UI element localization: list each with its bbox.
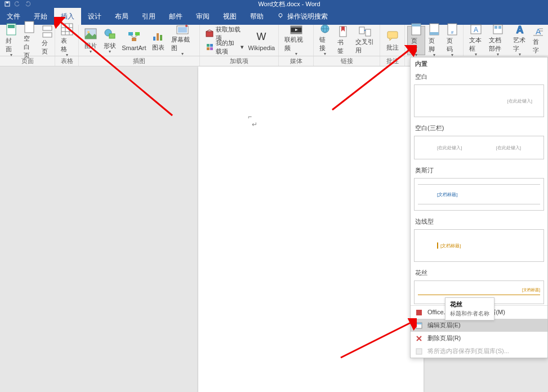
dropdown-blank3-label: 空白(三栏) <box>411 122 547 135</box>
page-number-icon: # <box>445 23 459 35</box>
menu-search[interactable]: 操作说明搜索 <box>277 12 328 21</box>
svg-rect-61 <box>416 310 422 315</box>
shapes-button[interactable]: 形状▾ <box>100 26 119 55</box>
tooltip-subtitle: 标题和作者名称 <box>450 310 489 318</box>
footer-button[interactable]: 页脚▾ <box>425 26 443 55</box>
lightbulb-icon <box>277 12 284 21</box>
header-preview-border[interactable]: [文档标题] <box>414 229 544 262</box>
tooltip: 花丝 标题和作者名称 <box>445 297 494 320</box>
menu-bar: 文件 开始 插入 设计 布局 引用 邮件 审阅 视图 帮助 操作说明搜索 <box>0 8 548 25</box>
doc-parts-button[interactable]: 文档部件▾ <box>485 26 510 55</box>
dropcap-button[interactable]: A 首字 <box>529 26 546 55</box>
undo-icon[interactable] <box>15 1 20 7</box>
header-preview-blank3[interactable]: [在此处键入] [在此处键入] <box>414 136 544 159</box>
header-button[interactable]: 页眉▾ <box>407 26 425 55</box>
svg-rect-37 <box>291 32 302 34</box>
office-icon <box>415 309 423 317</box>
screenshot-button[interactable]: 屏幕截图▾ <box>168 26 197 55</box>
svg-text:A: A <box>474 26 478 34</box>
page-break-icon <box>41 25 54 38</box>
menu-view[interactable]: 视图 <box>216 8 243 25</box>
group-illustrations-label: 插图 <box>79 56 200 66</box>
redo-icon[interactable] <box>25 1 30 7</box>
table-button[interactable]: 表格▾ <box>57 26 76 55</box>
store-icon <box>206 29 213 38</box>
comment-button[interactable]: 批注 <box>382 26 402 55</box>
bookmark-button[interactable]: 书签 <box>334 26 352 55</box>
svg-rect-36 <box>291 26 302 28</box>
svg-rect-48 <box>430 32 439 35</box>
svg-rect-33 <box>210 47 213 50</box>
edit-header[interactable]: 编辑页眉(E) <box>411 319 547 332</box>
save-icon[interactable] <box>5 1 10 7</box>
footer-icon <box>427 23 441 35</box>
group-addins-label: 加载项 <box>200 56 279 66</box>
svg-rect-9 <box>61 24 73 35</box>
bookmark-icon <box>336 26 350 37</box>
cover-page-icon <box>5 23 18 35</box>
cross-ref-button[interactable]: 交叉引用 <box>352 26 377 55</box>
menu-layout[interactable]: 布局 <box>108 8 135 25</box>
svg-rect-20 <box>132 38 136 41</box>
link-icon <box>318 24 332 34</box>
header-preview-austin[interactable]: [文档标题] <box>414 178 544 211</box>
svg-rect-42 <box>359 27 364 34</box>
my-addins-button[interactable]: 我的加载项▾ <box>202 41 247 54</box>
svg-rect-8 <box>43 33 52 37</box>
textbox-button[interactable]: A 文本框▾ <box>466 26 485 55</box>
page-number-button[interactable]: # 页码▾ <box>443 26 461 55</box>
menu-references[interactable]: 引用 <box>135 8 162 25</box>
wikipedia-icon: W <box>255 30 268 43</box>
svg-rect-43 <box>366 29 371 36</box>
svg-rect-46 <box>412 24 421 26</box>
menu-review[interactable]: 审阅 <box>189 8 216 25</box>
smartart-icon <box>127 30 141 43</box>
menu-mailings[interactable]: 邮件 <box>162 8 189 25</box>
svg-rect-1 <box>6 2 8 3</box>
dropdown-builtin-label: 内置 <box>411 57 547 70</box>
comment-icon <box>386 29 399 42</box>
dropdown-austin-label: 奥斯汀 <box>411 164 547 177</box>
group-comments-label: 批注 <box>380 56 405 66</box>
wordart-icon: A <box>513 24 527 35</box>
cursor-position: ⌐ ↵ <box>248 113 257 128</box>
header-icon <box>409 23 423 35</box>
remove-header[interactable]: 删除页眉(R) <box>411 332 547 345</box>
svg-rect-29 <box>206 32 213 37</box>
video-icon <box>289 24 303 34</box>
svg-text:W: W <box>257 31 266 42</box>
svg-rect-66 <box>416 349 422 354</box>
menu-design[interactable]: 设计 <box>81 8 108 25</box>
save-gallery-icon <box>415 348 423 355</box>
svg-rect-18 <box>128 32 133 35</box>
ribbon: 封面▾ 空白页 分页 表格▾ 图片▾ 形状▾ SmartArt <box>0 25 548 56</box>
table-icon <box>60 23 74 35</box>
screenshot-icon <box>176 24 189 34</box>
group-links-label: 链接 <box>314 56 380 66</box>
blank-page-button[interactable]: 空白页 <box>20 26 38 55</box>
menu-help[interactable]: 帮助 <box>243 8 270 25</box>
svg-rect-32 <box>207 47 210 50</box>
links-button[interactable]: 链接▾ <box>316 26 334 55</box>
wordart-button[interactable]: A 艺术字▾ <box>510 26 529 55</box>
menu-insert[interactable]: 插入 <box>54 8 81 25</box>
svg-rect-23 <box>153 37 155 41</box>
smartart-button[interactable]: SmartArt <box>119 26 149 55</box>
online-video-button[interactable]: 联机视频▾ <box>281 26 311 55</box>
group-media-label: 媒体 <box>279 56 314 66</box>
wikipedia-button[interactable]: W Wikipedia <box>247 26 276 55</box>
edit-header-icon <box>415 322 423 329</box>
cover-page-button[interactable]: 封面▾ <box>2 26 20 55</box>
svg-rect-44 <box>387 32 398 38</box>
svg-rect-27 <box>178 27 187 33</box>
picture-button[interactable]: 图片▾ <box>81 26 100 55</box>
cross-ref-icon <box>358 26 372 37</box>
page-break-button[interactable]: 分页 <box>38 26 56 55</box>
picture-icon <box>84 27 97 41</box>
svg-line-22 <box>134 35 137 38</box>
save-to-gallery[interactable]: 将所选内容保存到页眉库(S)... <box>411 345 547 358</box>
blank-page-icon <box>23 21 36 33</box>
shapes-icon <box>103 27 117 41</box>
chart-button[interactable]: 图表 <box>149 26 168 55</box>
header-preview-blank[interactable]: [在此处键入] <box>414 84 544 117</box>
